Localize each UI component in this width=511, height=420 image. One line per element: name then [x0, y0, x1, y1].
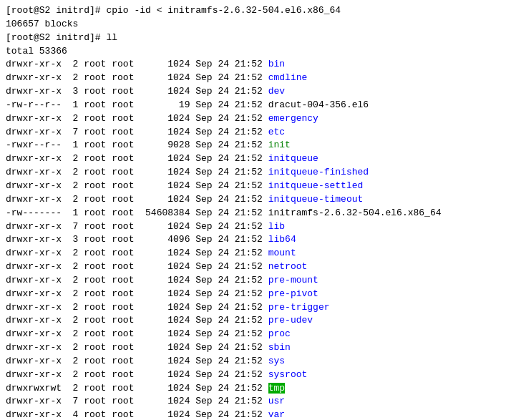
- terminal-line: drwxr-xr-x 3 root root 1024 Sep 24 21:52…: [6, 85, 505, 99]
- file-meta: drwxr-xr-x 2 root root 1024 Sep 24 21:52: [6, 72, 268, 83]
- file-name: usr: [268, 396, 285, 406]
- file-name: proc: [268, 328, 291, 339]
- file-name: netroot: [268, 261, 308, 272]
- terminal-line: [root@S2 initrd]# cpio -id < initramfs-2…: [6, 4, 505, 18]
- file-meta: drwxr-xr-x 2 root root 1024 Sep 24 21:52: [6, 369, 268, 380]
- terminal-line: drwxr-xr-x 2 root root 1024 Sep 24 21:52…: [6, 314, 505, 328]
- file-name: dracut-004-356.el6: [268, 99, 369, 110]
- file-meta: drwxr-xr-x 2 root root 1024 Sep 24 21:52: [6, 288, 268, 299]
- file-meta: drwxr-xr-x 2 root root 1024 Sep 24 21:52: [6, 167, 268, 177]
- output-text: 106657 blocks: [6, 18, 505, 31]
- file-meta: drwxr-xr-x 2 root root 1024 Sep 24 21:52: [6, 194, 268, 205]
- file-name: emergency: [268, 113, 318, 124]
- file-meta: -rwxr--r-- 1 root root 9028 Sep 24 21:52: [6, 140, 268, 150]
- terminal-line: drwxr-xr-x 2 root root 1024 Sep 24 21:52…: [6, 288, 505, 301]
- terminal-line: drwxr-xr-x 2 root root 1024 Sep 24 21:52…: [6, 72, 505, 85]
- file-meta: drwxr-xr-x 3 root root 4096 Sep 24 21:52: [6, 234, 268, 245]
- file-meta: drwxr-xr-x 2 root root 1024 Sep 24 21:52: [6, 315, 268, 326]
- terminal-line: drwxr-xr-x 2 root root 1024 Sep 24 21:52…: [6, 193, 505, 207]
- terminal-line: -rw-r--r-- 1 root root 19 Sep 24 21:52 d…: [6, 99, 505, 112]
- file-meta: drwxr-xr-x 2 root root 1024 Sep 24 21:52: [6, 153, 268, 164]
- terminal-line: [root@S2 initrd]# ll: [6, 31, 505, 45]
- file-name: tmp: [268, 383, 285, 394]
- file-name: bin: [268, 59, 285, 69]
- command-text: ll: [101, 32, 117, 43]
- terminal-line: drwxr-xr-x 2 root root 1024 Sep 24 21:52…: [6, 368, 505, 382]
- file-meta: drwxr-xr-x 2 root root 1024 Sep 24 21:52: [6, 356, 268, 366]
- file-meta: -rw------- 1 root root 54608384 Sep 24 2…: [6, 207, 268, 218]
- terminal-line: drwxrwxrwt 2 root root 1024 Sep 24 21:52…: [6, 382, 505, 396]
- file-meta: drwxr-xr-x 2 root root 1024 Sep 24 21:52: [6, 59, 268, 69]
- file-name: dev: [268, 86, 285, 97]
- file-name: pre-trigger: [268, 302, 330, 313]
- file-meta: drwxr-xr-x 7 root root 1024 Sep 24 21:52: [6, 221, 268, 232]
- terminal-line: drwxr-xr-x 2 root root 1024 Sep 24 21:52…: [6, 166, 505, 180]
- file-meta: drwxr-xr-x 7 root root 1024 Sep 24 21:52: [6, 396, 268, 406]
- file-meta: drwxr-xr-x 3 root root 1024 Sep 24 21:52: [6, 86, 268, 97]
- terminal-line: drwxr-xr-x 2 root root 1024 Sep 24 21:52…: [6, 328, 505, 341]
- terminal-line: drwxr-xr-x 2 root root 1024 Sep 24 21:52…: [6, 180, 505, 193]
- prompt-text: [root@S2 initrd]#: [6, 32, 101, 43]
- terminal-line: -rwxr--r-- 1 root root 9028 Sep 24 21:52…: [6, 139, 505, 152]
- terminal-line: drwxr-xr-x 7 root root 1024 Sep 24 21:52…: [6, 395, 505, 409]
- terminal-line: drwxr-xr-x 7 root root 1024 Sep 24 21:52…: [6, 126, 505, 140]
- file-meta: drwxr-xr-x 4 root root 1024 Sep 24 21:52: [6, 409, 268, 420]
- file-name: var: [268, 409, 285, 420]
- file-meta: drwxr-xr-x 2 root root 1024 Sep 24 21:52: [6, 113, 268, 124]
- file-name: etc: [268, 127, 285, 137]
- command-text: cpio -id < initramfs-2.6.32-504.el6.x86_…: [101, 5, 341, 16]
- file-name: initramfs-2.6.32-504.el6.x86_64: [268, 207, 442, 218]
- file-name: sysroot: [268, 369, 308, 380]
- file-name: initqueue-timeout: [268, 194, 364, 205]
- terminal-line: drwxr-xr-x 2 root root 1024 Sep 24 21:52…: [6, 260, 505, 274]
- terminal-line: drwxr-xr-x 7 root root 1024 Sep 24 21:52…: [6, 220, 505, 234]
- file-meta: -rw-r--r-- 1 root root 19 Sep 24 21:52: [6, 99, 268, 110]
- file-name: pre-udev: [268, 315, 313, 326]
- file-name: pre-mount: [268, 275, 318, 285]
- file-name: lib64: [268, 234, 296, 245]
- terminal-line: drwxr-xr-x 2 root root 1024 Sep 24 21:52…: [6, 247, 505, 260]
- file-name: cmdline: [268, 72, 308, 83]
- terminal-line: drwxr-xr-x 4 root root 1024 Sep 24 21:52…: [6, 409, 505, 420]
- terminal-line: drwxr-xr-x 2 root root 1024 Sep 24 21:52…: [6, 112, 505, 126]
- file-meta: drwxr-xr-x 2 root root 1024 Sep 24 21:52: [6, 302, 268, 313]
- file-meta: drwxr-xr-x 2 root root 1024 Sep 24 21:52: [6, 342, 268, 353]
- terminal-line: -rw------- 1 root root 54608384 Sep 24 2…: [6, 207, 505, 220]
- prompt-text: [root@S2 initrd]#: [6, 5, 101, 16]
- file-meta: drwxr-xr-x 2 root root 1024 Sep 24 21:52: [6, 180, 268, 191]
- output-text: total 53366: [6, 45, 505, 59]
- file-name: lib: [268, 221, 285, 232]
- terminal-line: drwxr-xr-x 2 root root 1024 Sep 24 21:52…: [6, 152, 505, 166]
- file-meta: drwxrwxrwt 2 root root 1024 Sep 24 21:52: [6, 383, 268, 394]
- file-name: initqueue: [268, 153, 318, 164]
- file-meta: drwxr-xr-x 2 root root 1024 Sep 24 21:52: [6, 328, 268, 339]
- file-meta: drwxr-xr-x 2 root root 1024 Sep 24 21:52: [6, 275, 268, 285]
- file-name: initqueue-settled: [268, 180, 364, 191]
- terminal-line: drwxr-xr-x 2 root root 1024 Sep 24 21:52…: [6, 274, 505, 288]
- file-meta: drwxr-xr-x 2 root root 1024 Sep 24 21:52: [6, 261, 268, 272]
- file-meta: drwxr-xr-x 7 root root 1024 Sep 24 21:52: [6, 127, 268, 137]
- terminal-line: drwxr-xr-x 2 root root 1024 Sep 24 21:52…: [6, 301, 505, 315]
- file-name: mount: [268, 248, 296, 258]
- file-name: pre-pivot: [268, 288, 318, 299]
- file-name: sbin: [268, 342, 291, 353]
- file-meta: drwxr-xr-x 2 root root 1024 Sep 24 21:52: [6, 248, 268, 258]
- file-name: initqueue-finished: [268, 167, 369, 177]
- terminal-line: drwxr-xr-x 3 root root 4096 Sep 24 21:52…: [6, 233, 505, 247]
- file-name: sys: [268, 356, 285, 366]
- terminal-line: drwxr-xr-x 2 root root 1024 Sep 24 21:52…: [6, 341, 505, 355]
- terminal-line: drwxr-xr-x 2 root root 1024 Sep 24 21:52…: [6, 58, 505, 72]
- file-name: init: [268, 140, 291, 150]
- terminal-line: drwxr-xr-x 2 root root 1024 Sep 24 21:52…: [6, 355, 505, 368]
- terminal: [root@S2 initrd]# cpio -id < initramfs-2…: [0, 0, 511, 420]
